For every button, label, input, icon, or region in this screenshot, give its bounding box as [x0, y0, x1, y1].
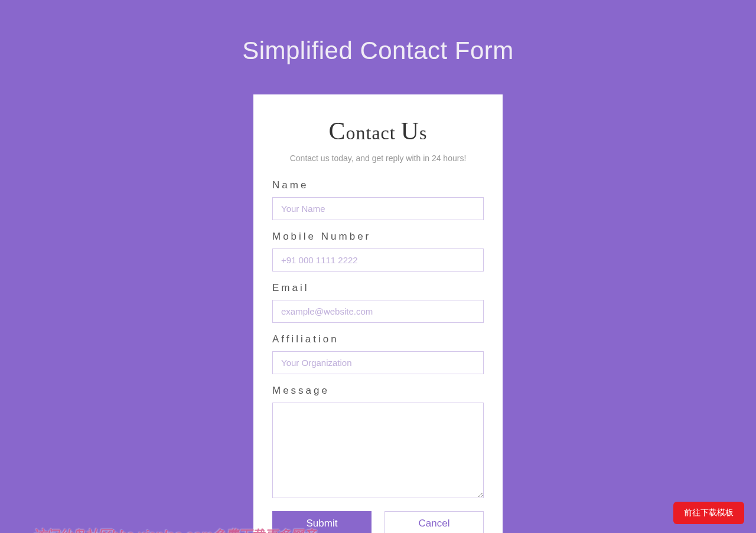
card-title: Contact Us [272, 117, 484, 145]
name-input[interactable] [272, 197, 484, 220]
email-label: Email [272, 282, 484, 294]
affiliation-group: Affiliation [272, 333, 484, 374]
mobile-input[interactable] [272, 248, 484, 272]
email-input[interactable] [272, 300, 484, 323]
name-group: Name [272, 179, 484, 220]
message-group: Message [272, 385, 484, 501]
download-template-button[interactable]: 前往下载模板 [673, 502, 744, 524]
mobile-group: Mobile Number [272, 231, 484, 272]
message-label: Message [272, 385, 484, 397]
page-title: Simplified Contact Form [0, 0, 756, 65]
card-subtitle: Contact us today, and get reply with in … [272, 153, 484, 163]
affiliation-input[interactable] [272, 351, 484, 374]
watermark-text: 访问仙鸟社区bbs.xianlao.com免费下载更多网音 [33, 527, 317, 533]
mobile-label: Mobile Number [272, 231, 484, 243]
cancel-button[interactable]: Cancel [384, 511, 484, 533]
name-label: Name [272, 179, 484, 191]
message-textarea[interactable] [272, 403, 484, 498]
affiliation-label: Affiliation [272, 333, 484, 345]
contact-form-card: Contact Us Contact us today, and get rep… [253, 94, 503, 533]
email-group: Email [272, 282, 484, 323]
